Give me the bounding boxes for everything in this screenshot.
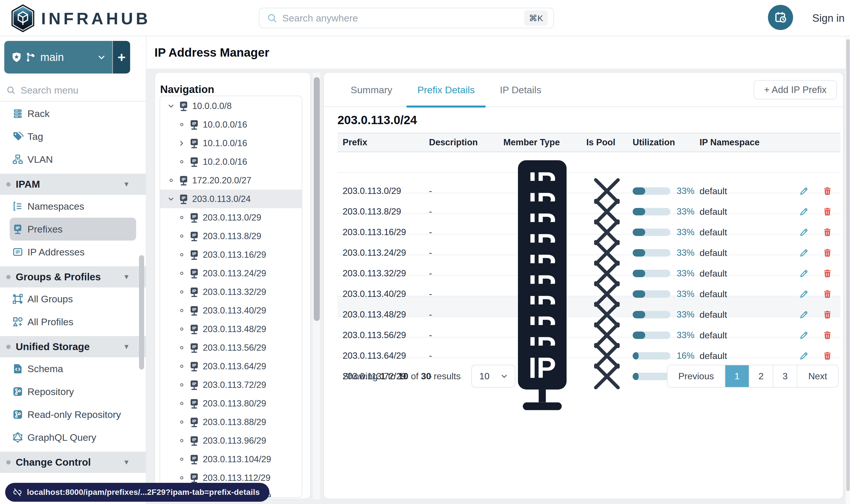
- sidebar-item-graphql-query[interactable]: GraphQL Query: [0, 426, 146, 449]
- chevron-down-icon[interactable]: [166, 101, 176, 111]
- tree-item-203-0-113-80-29[interactable]: IP203.0.113.80/29: [160, 394, 302, 413]
- sidebar-item-read-only-repository[interactable]: Read-only Repository: [0, 403, 146, 426]
- top-bar: INFRAHUB ⌘K Sign in: [0, 0, 850, 36]
- tab-ip-details[interactable]: IP Details: [487, 73, 554, 107]
- edit-button[interactable]: [799, 207, 809, 217]
- results-summary-part: 10: [398, 371, 409, 382]
- pagination-page-1[interactable]: 1: [725, 365, 749, 387]
- pagination-next[interactable]: Next: [797, 365, 838, 387]
- chevron-down-icon[interactable]: [166, 194, 176, 204]
- delete-button[interactable]: [822, 310, 832, 320]
- time-travel-button[interactable]: [768, 5, 793, 30]
- sidebar-item-prefixes[interactable]: IPPrefixes: [10, 218, 136, 240]
- infrahub-logo[interactable]: INFRAHUB: [10, 3, 151, 33]
- sidebar-item-all-profiles[interactable]: All Profiles: [0, 310, 146, 333]
- page-size-select[interactable]: 10: [471, 365, 516, 388]
- utilization-bar: [633, 187, 670, 195]
- cell-description: -: [424, 186, 498, 196]
- tree-item-203-0-113-0-29[interactable]: IP203.0.113.0/29: [160, 208, 302, 227]
- sidebar-section-ipam[interactable]: IPAM▼: [0, 174, 146, 195]
- add-branch-button[interactable]: +: [112, 41, 130, 73]
- edit-button[interactable]: [799, 330, 809, 340]
- sidebar-item-schema[interactable]: Schema: [0, 357, 146, 380]
- tree-item-203-0-113-16-29[interactable]: IP203.0.113.16/29: [160, 246, 302, 264]
- tree-item-203-0-113-56-29[interactable]: IP203.0.113.56/29: [160, 338, 302, 357]
- pagination-previous[interactable]: Previous: [668, 365, 726, 387]
- search-input[interactable]: [282, 13, 524, 24]
- sidebar-section-change-control[interactable]: Change Control▼: [0, 452, 146, 473]
- delete-button[interactable]: [822, 289, 832, 299]
- tree-item-203-0-113-64-29[interactable]: IP203.0.113.64/29: [160, 357, 302, 376]
- edit-button[interactable]: [799, 289, 809, 299]
- graphql-icon: [12, 432, 23, 443]
- tree-item-10-0-0-0-8[interactable]: IP10.0.0.0/8: [160, 97, 302, 115]
- section-label: Change Control: [16, 456, 123, 468]
- page-scrollbar[interactable]: [846, 36, 850, 504]
- circle-icon: [177, 213, 187, 223]
- utilization-bar: [633, 270, 670, 277]
- delete-button[interactable]: [822, 228, 832, 237]
- tree-item-203-0-113-8-29[interactable]: IP203.0.113.8/29: [160, 227, 302, 246]
- panel-scrollbar[interactable]: [312, 73, 321, 499]
- delete-button[interactable]: [822, 207, 832, 217]
- menu-search-input[interactable]: [21, 85, 129, 96]
- cell-utilization: 33%: [628, 309, 694, 320]
- scrollbar-thumb[interactable]: [314, 77, 320, 321]
- delete-button[interactable]: [822, 351, 832, 361]
- sidebar-item-repository[interactable]: Repository: [0, 380, 146, 403]
- delete-button[interactable]: [822, 248, 832, 258]
- pagination-page-3[interactable]: 3: [773, 365, 797, 387]
- cell-description: -: [424, 227, 498, 237]
- sidebar-item-label: Schema: [28, 363, 63, 374]
- sidebar-item-namespaces[interactable]: Namespaces: [0, 195, 146, 218]
- sidebar-section-unified-storage[interactable]: Unified Storage▼: [0, 336, 146, 357]
- branch-selector[interactable]: main: [4, 41, 112, 73]
- sidebar-item-tag[interactable]: Tag: [0, 125, 146, 148]
- scrollbar-thumb[interactable]: [846, 39, 850, 491]
- edit-button[interactable]: [799, 186, 809, 196]
- delete-button[interactable]: [822, 186, 832, 196]
- edit-button[interactable]: [799, 310, 809, 320]
- sidebar-item-all-groups[interactable]: All Groups: [0, 287, 146, 310]
- sidebar-item-vlan[interactable]: VLAN: [0, 148, 146, 171]
- sidebar-item-rack[interactable]: Rack: [0, 102, 146, 125]
- global-search[interactable]: ⌘K: [259, 8, 554, 28]
- tree-item-203-0-113-24-29[interactable]: IP203.0.113.24/29: [160, 264, 302, 283]
- add-ip-prefix-button[interactable]: + Add IP Prefix: [754, 80, 837, 100]
- edit-button[interactable]: [799, 269, 809, 278]
- edit-button[interactable]: [799, 351, 809, 361]
- tree-item-172-20-20-0-27[interactable]: IP172.20.20.0/27: [160, 171, 302, 190]
- tree-item-203-0-113-96-29[interactable]: IP203.0.113.96/29: [160, 431, 302, 450]
- svg-text:IP: IP: [192, 362, 196, 367]
- edit-button[interactable]: [799, 248, 809, 258]
- tree-item-10-1-0-0-16[interactable]: IP10.1.0.0/16: [160, 134, 302, 152]
- tree-item-203-0-113-72-29[interactable]: IP203.0.113.72/29: [160, 376, 302, 394]
- delete-button[interactable]: [822, 330, 832, 340]
- column-header-description: Description: [424, 137, 498, 148]
- tree-item-203-0-113-88-29[interactable]: IP203.0.113.88/29: [160, 413, 302, 431]
- table-row-203-0-113-0-29[interactable]: 203.0.113.0/29-IP33%default: [338, 152, 840, 173]
- tree-item-203-0-113-32-29[interactable]: IP203.0.113.32/29: [160, 283, 302, 301]
- sidebar-section-groups-profiles[interactable]: Groups & Profiles▼: [0, 266, 146, 287]
- tree-item-203-0-113-40-29[interactable]: IP203.0.113.40/29: [160, 301, 302, 320]
- sidebar-scrollbar[interactable]: [139, 255, 144, 370]
- branch-selector-row: main +: [4, 41, 130, 73]
- tree-item-10-0-0-0-16[interactable]: IP10.0.0.0/16: [160, 115, 302, 134]
- cell-description: -: [424, 289, 498, 299]
- sidebar-item-ip-addresses[interactable]: IPIP Addresses: [0, 240, 146, 264]
- menu-search[interactable]: [0, 79, 146, 102]
- utilization-bar: [633, 208, 670, 215]
- table-footer: Showing 1 to 10 of 30 results 10 Previou…: [338, 365, 840, 388]
- cell-ip-namespace: default: [694, 330, 761, 341]
- sign-in-button[interactable]: Sign in: [812, 0, 845, 36]
- tree-item-203-0-113-0-24[interactable]: IP203.0.113.0/24: [160, 190, 302, 208]
- edit-button[interactable]: [799, 228, 809, 237]
- pagination-page-2[interactable]: 2: [749, 365, 773, 387]
- tree-item-203-0-113-104-29[interactable]: IP203.0.113.104/29: [160, 450, 302, 469]
- tab-prefix-details[interactable]: Prefix Details: [405, 73, 487, 107]
- tree-item-203-0-113-48-29[interactable]: IP203.0.113.48/29: [160, 320, 302, 338]
- tab-summary[interactable]: Summary: [338, 73, 405, 107]
- chevron-right-icon[interactable]: [177, 138, 187, 148]
- delete-button[interactable]: [822, 269, 832, 278]
- tree-item-10-2-0-0-16[interactable]: IP10.2.0.0/16: [160, 152, 302, 171]
